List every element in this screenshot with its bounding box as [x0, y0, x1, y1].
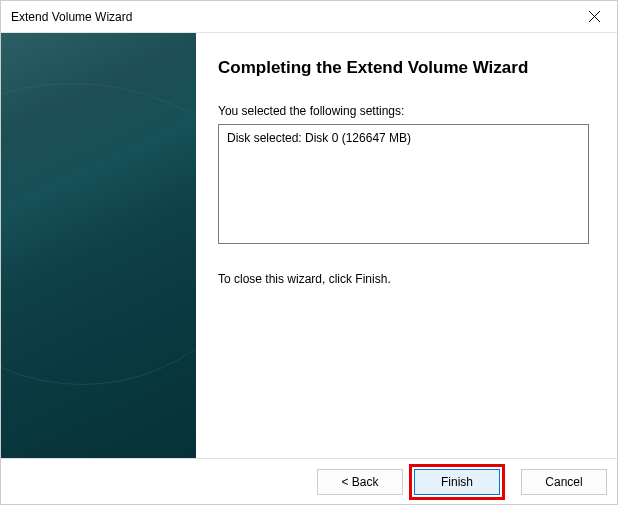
instruction-text: To close this wizard, click Finish. [218, 272, 589, 286]
content-area: Completing the Extend Volume Wizard You … [1, 33, 617, 458]
wizard-sidebar-graphic [1, 33, 196, 458]
wizard-main-panel: Completing the Extend Volume Wizard You … [196, 33, 617, 458]
finish-highlight: Finish [409, 464, 505, 500]
settings-label: You selected the following settings: [218, 104, 589, 118]
settings-summary-box: Disk selected: Disk 0 (126647 MB) [218, 124, 589, 244]
close-icon [589, 11, 600, 22]
back-button[interactable]: < Back [317, 469, 403, 495]
close-button[interactable] [571, 1, 617, 33]
finish-button[interactable]: Finish [414, 469, 500, 495]
window-title: Extend Volume Wizard [11, 10, 132, 24]
titlebar: Extend Volume Wizard [1, 1, 617, 33]
wizard-heading: Completing the Extend Volume Wizard [218, 57, 589, 80]
cancel-button[interactable]: Cancel [521, 469, 607, 495]
button-bar: < Back Finish Cancel [1, 458, 617, 504]
settings-line: Disk selected: Disk 0 (126647 MB) [227, 131, 580, 145]
